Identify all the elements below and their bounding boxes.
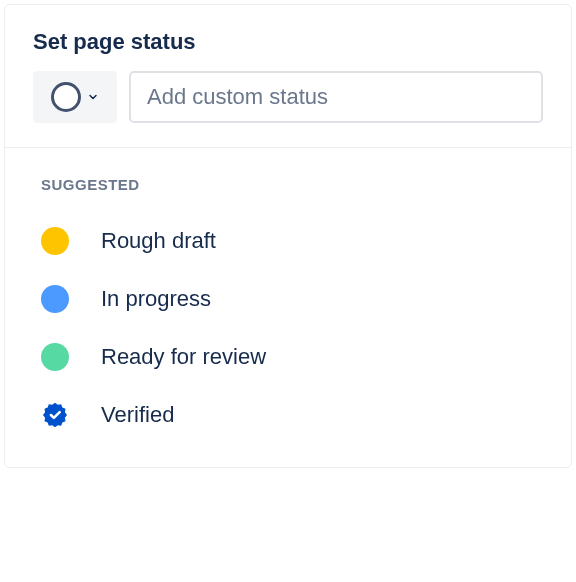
status-label: Ready for review — [101, 344, 266, 370]
suggested-status-item[interactable]: Verified — [33, 391, 543, 439]
status-label: In progress — [101, 286, 211, 312]
status-color-picker-button[interactable] — [33, 71, 117, 123]
suggested-section-label: Suggested — [41, 176, 543, 193]
suggested-status-list: Rough draft In progress Ready for review… — [33, 217, 543, 439]
status-label: Verified — [101, 402, 174, 428]
suggested-status-item[interactable]: In progress — [33, 275, 543, 323]
empty-circle-icon — [51, 82, 81, 112]
status-color-dot — [41, 285, 69, 313]
status-color-dot — [41, 343, 69, 371]
status-label: Rough draft — [101, 228, 216, 254]
divider — [5, 147, 571, 148]
chevron-down-icon — [87, 91, 99, 103]
suggested-status-item[interactable]: Ready for review — [33, 333, 543, 381]
verified-badge-icon — [41, 401, 69, 429]
panel-title: Set page status — [33, 29, 543, 55]
status-color-dot — [41, 227, 69, 255]
suggested-status-item[interactable]: Rough draft — [33, 217, 543, 265]
custom-status-row — [33, 71, 543, 123]
set-page-status-panel: Set page status Suggested Rough draft In… — [4, 4, 572, 468]
custom-status-input[interactable] — [129, 71, 543, 123]
